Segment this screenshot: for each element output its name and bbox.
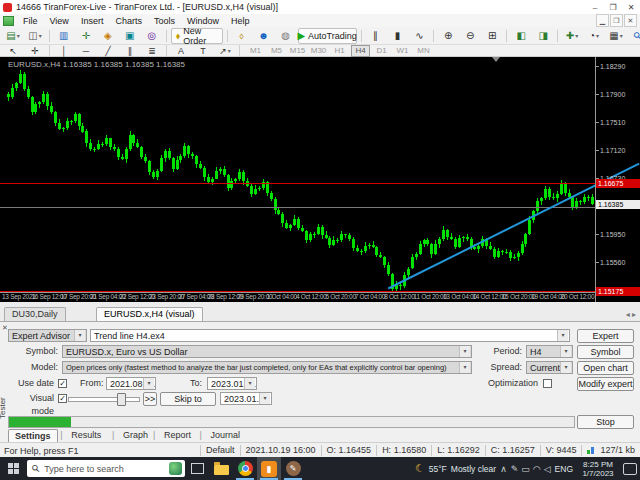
- wifi-icon[interactable]: ◠: [533, 464, 541, 474]
- menu-insert[interactable]: Insert: [75, 15, 110, 27]
- symbol-properties-button[interactable]: Symbol properties: [577, 345, 634, 359]
- menu-file[interactable]: File: [17, 15, 44, 27]
- timeframe-m5[interactable]: M5: [267, 45, 286, 57]
- autotrading-button[interactable]: ▶AutoTrading: [298, 28, 357, 44]
- weather-temp[interactable]: 55°F: [429, 464, 447, 474]
- expert-advisor-selector[interactable]: Expert Advisor▾: [8, 329, 87, 342]
- visual-mode-checkbox[interactable]: ✓: [58, 394, 67, 403]
- start-button[interactable]: [0, 457, 26, 480]
- taskbar-clock[interactable]: 8:25 PM 1/7/2023: [577, 460, 619, 478]
- optimization-checkbox[interactable]: [543, 379, 552, 388]
- tab-scroll-arrows-icon[interactable]: ◂ ▸: [626, 310, 636, 319]
- timeframe-h4[interactable]: H4: [351, 45, 370, 57]
- data-window-icon[interactable]: ✛: [76, 28, 96, 44]
- close-button[interactable]: ✕: [622, 1, 640, 14]
- timeframe-mn[interactable]: MN: [414, 45, 433, 57]
- candlestick-chart-icon[interactable]: ▮: [387, 28, 407, 44]
- to-date-field[interactable]: 2023.01.01▾: [207, 377, 257, 390]
- navigator-icon[interactable]: ◈: [98, 28, 118, 44]
- restore-button[interactable]: ❐: [604, 1, 622, 14]
- timeframe-d1[interactable]: D1: [372, 45, 391, 57]
- tester-tab-results[interactable]: Results: [65, 429, 107, 442]
- skip-forward-button[interactable]: >>: [143, 392, 157, 406]
- menu-view[interactable]: View: [44, 15, 75, 27]
- metatrader-taskbar-button[interactable]: ▮: [257, 457, 281, 480]
- templates-icon[interactable]: ▦▾: [606, 28, 626, 44]
- tester-panel-label[interactable]: Tester: [0, 397, 7, 419]
- menu-charts[interactable]: Charts: [109, 15, 148, 27]
- battery-icon[interactable]: ▭: [521, 464, 530, 474]
- new-chart-icon[interactable]: ▤▾: [3, 28, 23, 44]
- timeframe-w1[interactable]: W1: [393, 45, 412, 57]
- use-date-checkbox[interactable]: ✓: [58, 379, 67, 388]
- status-profile[interactable]: Default: [200, 445, 240, 456]
- periods-icon[interactable]: ◔▾: [584, 28, 604, 44]
- zoom-in-icon[interactable]: ⊕: [438, 28, 458, 44]
- timeframe-h1[interactable]: H1: [330, 45, 349, 57]
- stop-button[interactable]: Stop: [577, 415, 634, 429]
- metaeditor-icon[interactable]: ☻: [254, 28, 274, 44]
- language-indicator[interactable]: ENG: [555, 464, 573, 474]
- from-date-field[interactable]: 2021.08.01▾: [106, 377, 156, 390]
- search-icon[interactable]: ⚲: [628, 28, 640, 44]
- weather-icon[interactable]: ☾: [415, 462, 425, 475]
- tester-tab-report[interactable]: Report: [158, 429, 197, 442]
- period-combo[interactable]: H4▾: [526, 345, 573, 358]
- weather-desc[interactable]: Mostly clear: [451, 464, 496, 474]
- spread-combo[interactable]: Current▾: [526, 361, 573, 374]
- child-minimize-button[interactable]: ▁: [596, 14, 609, 27]
- minimize-button[interactable]: ‒: [586, 1, 604, 14]
- tester-tab-journal[interactable]: Journal: [204, 429, 246, 442]
- pen-icon[interactable]: ✎: [511, 464, 519, 474]
- price-axis[interactable]: 1.182901.179001.175101.171201.167301.163…: [596, 57, 640, 292]
- tester-tab-graph[interactable]: Graph: [117, 429, 154, 442]
- market-icon[interactable]: ◍: [276, 28, 296, 44]
- skip-to-date-field[interactable]: 2023.01.07▾: [220, 392, 272, 405]
- expert-file-combo[interactable]: Trend line H4.ex4▾: [90, 329, 570, 342]
- visual-speed-slider[interactable]: [68, 397, 140, 402]
- child-close-button[interactable]: ✕: [624, 14, 637, 27]
- chart-list-icon[interactable]: ◧: [511, 28, 531, 44]
- expert-advisors-icon[interactable]: ⬨: [232, 28, 252, 44]
- task-view-button[interactable]: [185, 457, 209, 480]
- time-axis[interactable]: 13 Sep 202116 Sep 12:0017 Sep 20:0021 Se…: [0, 293, 640, 302]
- taskbar-search-input[interactable]: ⚲ Type here to search: [27, 460, 185, 477]
- tester-close-icon[interactable]: ✕: [2, 324, 8, 332]
- chrome-button[interactable]: [233, 457, 257, 480]
- modify-expert-button[interactable]: Modify expert: [577, 377, 634, 391]
- new-order-button[interactable]: ⬧New Order: [171, 28, 223, 44]
- paint-app-button[interactable]: ✎: [281, 457, 305, 480]
- line-chart-icon[interactable]: ∿: [409, 28, 429, 44]
- strategy-tester-icon[interactable]: ◎: [142, 28, 162, 44]
- expert-properties-button[interactable]: Expert properties: [577, 329, 634, 343]
- symbol-combo[interactable]: EURUSD.x, Euro vs US Dollar▾: [62, 345, 472, 358]
- open-chart-button[interactable]: Open chart: [577, 361, 634, 375]
- model-combo[interactable]: Open prices only (fastest method to anal…: [62, 361, 472, 374]
- indicators-icon[interactable]: ✚▾: [562, 28, 582, 44]
- chart-canvas[interactable]: [0, 57, 640, 302]
- zoom-out-icon[interactable]: ⊖: [460, 28, 480, 44]
- timeframe-m30[interactable]: M30: [309, 45, 328, 57]
- arrange-windows-icon[interactable]: ⊞: [482, 28, 502, 44]
- action-center-icon[interactable]: [623, 463, 637, 475]
- hidden-icons-chevron[interactable]: ∧: [500, 464, 507, 474]
- child-restore-button[interactable]: ❐: [610, 14, 623, 27]
- market-watch-icon[interactable]: ▥: [54, 28, 74, 44]
- chart-tab[interactable]: DU30,Daily: [4, 307, 66, 321]
- slider-thumb[interactable]: [117, 393, 126, 406]
- menu-tools[interactable]: Tools: [148, 15, 181, 27]
- file-explorer-button[interactable]: [209, 457, 233, 480]
- profiles-icon[interactable]: ◫▾: [25, 28, 45, 44]
- candle: [540, 197, 543, 205]
- menu-help[interactable]: Help: [225, 15, 256, 27]
- timeframe-m15[interactable]: M15: [288, 45, 307, 57]
- chart-tab[interactable]: EURUSD.x,H4 (visual): [96, 307, 203, 321]
- chart-shift-marker-icon[interactable]: [492, 57, 500, 62]
- skip-to-button[interactable]: Skip to: [160, 392, 216, 406]
- chart-shift-icon[interactable]: ◨: [533, 28, 553, 44]
- bar-chart-icon[interactable]: ∥: [365, 28, 385, 44]
- candle: [89, 139, 92, 151]
- timeframe-m1[interactable]: M1: [246, 45, 265, 57]
- terminal-icon[interactable]: ▣: [120, 28, 140, 44]
- volume-icon[interactable]: ◁: [544, 464, 551, 474]
